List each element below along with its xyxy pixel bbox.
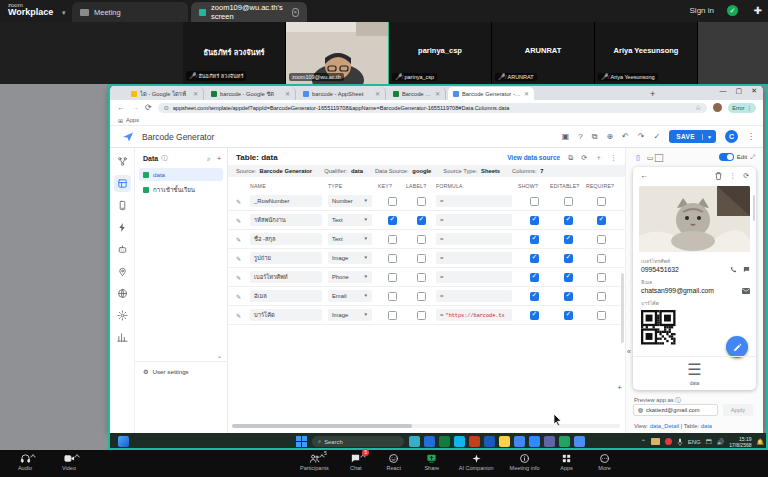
participant-tile[interactable]: 🎤̸ zoom109@wu.ac.th <box>286 22 389 84</box>
tab-close-icon[interactable]: ✕ <box>193 90 198 97</box>
fullscreen-icon[interactable]: ⤢ <box>750 154 755 161</box>
show-checkbox[interactable] <box>530 197 539 206</box>
taskbar-app-mail[interactable] <box>424 436 435 447</box>
formula-field[interactable]: = <box>436 290 512 302</box>
view-data-source-link[interactable]: View data source <box>507 154 560 161</box>
taskbar-app-appsheet[interactable] <box>574 436 585 447</box>
close-icon[interactable]: ✕ <box>751 87 757 95</box>
formula-field[interactable]: = <box>436 252 512 264</box>
taskbar-clock[interactable]: 15:19 17/8/2568 <box>729 436 751 448</box>
column-name-field[interactable]: ชื่อ -สกุล <box>250 233 322 245</box>
column-name-field[interactable]: _RowNumber <box>250 195 322 207</box>
label-checkbox[interactable] <box>417 197 426 206</box>
table-list-item[interactable]: data <box>139 168 223 181</box>
edit-toggle[interactable] <box>719 153 734 161</box>
add-column-icon[interactable]: ＋ <box>595 154 602 161</box>
preview-scrollbar[interactable] <box>753 195 755 221</box>
tab-close-icon[interactable]: ✕ <box>285 90 290 97</box>
column-row[interactable]: ✎ รหัสพนักงาน Text▼ = <box>228 211 625 230</box>
column-row[interactable]: ✎ ชื่อ -สกุล Text▼ = <box>228 230 625 249</box>
bookmark-apps[interactable]: Apps <box>126 117 139 123</box>
browser-menu-chip[interactable]: Error ⋮ <box>728 103 756 113</box>
taskbar-app-powerpoint[interactable] <box>469 436 480 447</box>
share-user-icon[interactable]: ⊕ <box>606 133 613 141</box>
column-row[interactable]: ✎ _RowNumber Number▼ = <box>228 192 625 211</box>
tab-meeting[interactable]: Meeting <box>72 2 188 22</box>
collapse-section-icon[interactable]: ⌄ <box>217 352 222 359</box>
table-nav-item[interactable] <box>114 175 131 192</box>
globe-nav-item[interactable] <box>114 285 131 302</box>
require-checkbox[interactable] <box>597 273 606 282</box>
tab-close-icon[interactable]: ✕ <box>375 90 380 97</box>
cat-photo[interactable] <box>639 186 750 252</box>
formula-field[interactable]: ="https://barcode.tx <box>436 309 512 321</box>
widgets-icon[interactable] <box>118 436 129 447</box>
edit-pencil-icon[interactable]: ✎ <box>236 312 250 319</box>
browser-tab[interactable]: Barcode Generator - AppSheet ✕ <box>448 87 534 100</box>
show-checkbox[interactable] <box>530 216 539 225</box>
view-link[interactable]: data_Detail <box>650 423 679 429</box>
column-type-select[interactable]: Email▼ <box>328 290 372 302</box>
tray-mic-icon[interactable] <box>677 438 683 446</box>
sign-in-link[interactable]: Sign in <box>690 6 714 15</box>
participant-tile[interactable]: ARUNRAT 🎤̸ ARUNRAT <box>492 22 595 84</box>
column-row[interactable]: ✎ บาร์โค้ด Image▼ ="https://barcode.tx <box>228 306 625 325</box>
gear-nav-item[interactable] <box>114 307 131 324</box>
label-checkbox[interactable] <box>417 216 426 225</box>
more-button[interactable]: More <box>590 452 620 471</box>
formula-field[interactable]: = <box>436 233 512 245</box>
column-type-select[interactable]: Phone▼ <box>328 271 372 283</box>
pin-nav-item[interactable] <box>114 263 131 280</box>
key-checkbox[interactable] <box>388 197 397 206</box>
taskbar-app-edge[interactable] <box>409 436 420 447</box>
label-checkbox[interactable] <box>417 254 426 263</box>
tab-shared-screen[interactable]: zoom109@wu.ac.th's screen × <box>191 2 307 22</box>
taskbar-app-sheets[interactable] <box>559 436 570 447</box>
taskbar-app-teams[interactable] <box>544 436 555 447</box>
column-name-field[interactable]: อีเมล <box>250 290 322 302</box>
save-dropdown-icon[interactable]: ▼ <box>702 134 716 140</box>
edit-pencil-icon[interactable]: ✎ <box>236 255 250 262</box>
tab-close-icon[interactable]: ✕ <box>435 90 440 97</box>
phone-device-icon[interactable]: ▯ <box>636 154 640 161</box>
record-menu-icon[interactable]: ⋮ <box>729 172 736 180</box>
add-table-icon[interactable]: + <box>217 155 221 163</box>
taskbar-app-chrome[interactable] <box>514 436 525 447</box>
require-checkbox[interactable] <box>597 235 606 244</box>
redo-icon[interactable]: ↷ <box>638 133 645 141</box>
regenerate-icon[interactable]: ⟳ <box>581 154 587 161</box>
delete-icon[interactable] <box>715 172 722 180</box>
taskbar-app-store[interactable] <box>454 436 465 447</box>
tray-folder-icon[interactable] <box>651 438 660 445</box>
recording-icon[interactable] <box>665 438 672 445</box>
column-type-select[interactable]: Image▼ <box>328 309 372 321</box>
chart-nav-item[interactable] <box>114 329 131 346</box>
label-checkbox[interactable] <box>417 235 426 244</box>
overflow-menu-icon[interactable]: ⋮ <box>747 133 755 141</box>
maximize-icon[interactable]: ▢ <box>736 87 743 95</box>
key-checkbox[interactable] <box>388 254 397 263</box>
column-type-select[interactable]: Text▼ <box>328 214 372 226</box>
add-icon[interactable]: ✚ <box>754 5 762 16</box>
close-share-icon[interactable]: × <box>292 8 299 17</box>
react-button[interactable]: React <box>379 452 409 471</box>
preview-icon[interactable]: ▣ <box>562 133 570 141</box>
table-list-item[interactable]: การเข้าชั้นเรียน <box>139 182 223 198</box>
column-name-field[interactable]: บาร์โค้ด <box>250 309 322 321</box>
flow-nav-item[interactable] <box>114 153 131 170</box>
editable-checkbox[interactable] <box>564 197 573 206</box>
key-checkbox[interactable] <box>388 216 397 225</box>
video-button[interactable]: Video <box>54 452 84 471</box>
key-checkbox[interactable] <box>388 292 397 301</box>
add-virtual-column-icon[interactable]: + <box>617 383 622 392</box>
column-name-field[interactable]: รูปถ่าย <box>250 252 322 264</box>
browser-tab[interactable]: Barcode Generator - Google ชีต ✕ <box>388 87 446 100</box>
search-icon[interactable]: ⌕ <box>207 155 211 163</box>
editable-checkbox[interactable] <box>564 292 573 301</box>
tablet-device-icon[interactable]: ▭ <box>647 154 654 161</box>
edit-pencil-icon[interactable]: ✎ <box>236 198 250 205</box>
label-checkbox[interactable] <box>417 292 426 301</box>
key-checkbox[interactable] <box>388 235 397 244</box>
tray-volume-icon[interactable]: 🔊 <box>717 438 725 445</box>
column-row[interactable]: ✎ เบอร์โทรศัพท์ Phone▼ = <box>228 268 625 287</box>
